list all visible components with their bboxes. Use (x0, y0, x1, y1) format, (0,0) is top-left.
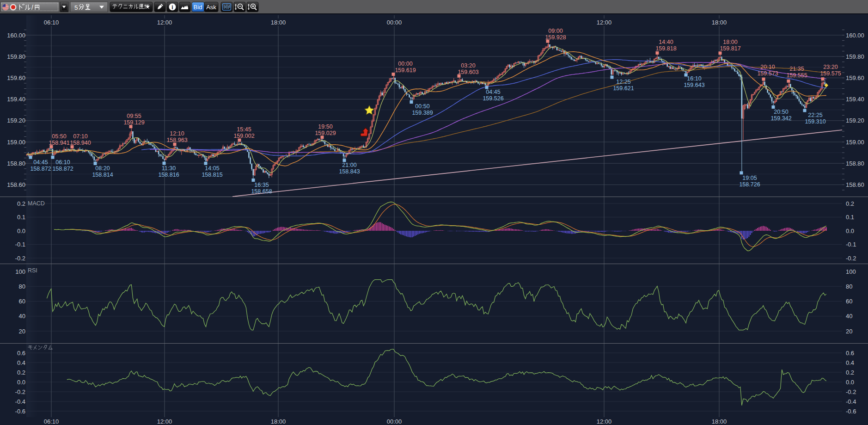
svg-text:12:00: 12:00 (157, 418, 172, 425)
svg-text:0.0: 0.0 (846, 228, 854, 234)
svg-text:0.6: 0.6 (17, 350, 25, 357)
svg-text:158.815: 158.815 (202, 172, 222, 178)
svg-text:04:45: 04:45 (486, 89, 500, 95)
svg-text:159.60: 159.60 (846, 74, 864, 81)
svg-text:16:35: 16:35 (254, 182, 269, 188)
svg-text:18:00: 18:00 (712, 19, 727, 26)
svg-text:0.4: 0.4 (846, 359, 854, 366)
svg-text:09:00: 09:00 (548, 28, 562, 34)
svg-text:159.555: 159.555 (786, 72, 807, 79)
svg-text:60: 60 (19, 298, 25, 305)
svg-text:16:10: 16:10 (687, 75, 701, 82)
svg-text:158.940: 158.940 (70, 140, 91, 146)
svg-text:20:10: 20:10 (760, 64, 775, 70)
svg-text:158.726: 158.726 (739, 181, 760, 188)
svg-text:160.00: 160.00 (7, 32, 25, 39)
svg-text:158.816: 158.816 (158, 172, 179, 178)
svg-text:100: 100 (15, 268, 25, 275)
svg-text:40: 40 (19, 313, 25, 320)
svg-text:00:00: 00:00 (398, 61, 412, 67)
svg-text:14:05: 14:05 (205, 165, 219, 172)
svg-text:-0.2: -0.2 (15, 255, 25, 262)
svg-text:MACD: MACD (28, 200, 45, 207)
svg-text:159.643: 159.643 (684, 82, 704, 88)
svg-text:158.941: 158.941 (49, 140, 69, 146)
svg-text:06:10: 06:10 (44, 418, 59, 425)
svg-text:Bid: Bid (194, 4, 202, 11)
svg-text:160.00: 160.00 (846, 32, 864, 39)
svg-text:11:30: 11:30 (162, 165, 176, 172)
svg-text:159.80: 159.80 (846, 53, 864, 60)
svg-text:Ask: Ask (206, 4, 216, 11)
svg-text:159.00: 159.00 (7, 139, 25, 146)
svg-text:i: i (171, 4, 173, 11)
svg-text:-0.1: -0.1 (846, 241, 856, 248)
svg-text:-0.4: -0.4 (15, 398, 25, 405)
svg-text:18:00: 18:00 (271, 19, 286, 26)
svg-text:159.40: 159.40 (846, 96, 864, 103)
svg-text:14:40: 14:40 (659, 39, 673, 45)
svg-text:0.1: 0.1 (17, 214, 25, 221)
svg-text:09:55: 09:55 (127, 113, 141, 119)
svg-text:159.389: 159.389 (412, 110, 433, 116)
svg-text:80: 80 (846, 283, 852, 290)
svg-text:159.80: 159.80 (7, 53, 25, 60)
svg-text:-0.6: -0.6 (846, 408, 856, 415)
svg-text:159.342: 159.342 (770, 115, 791, 122)
svg-text:0.2: 0.2 (17, 369, 25, 376)
svg-text:-0.4: -0.4 (846, 398, 856, 405)
svg-text:12:00: 12:00 (597, 19, 612, 26)
svg-text:158.872: 158.872 (30, 166, 51, 172)
svg-text:06:10: 06:10 (44, 19, 59, 26)
svg-text:159.20: 159.20 (7, 117, 25, 124)
svg-text:RSI: RSI (28, 267, 37, 274)
svg-text:12:25: 12:25 (616, 79, 630, 85)
svg-text:06:10: 06:10 (55, 159, 70, 166)
svg-text:21:00: 21:00 (342, 162, 356, 168)
svg-text:159.029: 159.029 (315, 130, 336, 136)
svg-text:/: / (31, 4, 33, 11)
svg-text:80: 80 (19, 283, 25, 290)
svg-text:0.2: 0.2 (846, 369, 854, 376)
svg-text:159.40: 159.40 (7, 96, 25, 103)
svg-text:05:50: 05:50 (52, 133, 66, 140)
svg-text:159.00: 159.00 (846, 139, 864, 146)
svg-text:159.619: 159.619 (395, 67, 416, 74)
svg-text:20: 20 (846, 328, 852, 335)
svg-text:159.310: 159.310 (805, 118, 825, 125)
svg-text:-0.1: -0.1 (15, 241, 25, 248)
svg-text:19:50: 19:50 (318, 123, 332, 130)
svg-text:12:00: 12:00 (157, 19, 172, 26)
svg-text:159.818: 159.818 (655, 45, 676, 52)
svg-text:-0.6: -0.6 (15, 408, 25, 415)
svg-text:00:00: 00:00 (387, 19, 402, 26)
svg-text:158.843: 158.843 (339, 168, 360, 175)
svg-text:60: 60 (846, 298, 852, 305)
svg-text:159.20: 159.20 (846, 117, 864, 124)
svg-text:159.129: 159.129 (123, 119, 144, 126)
svg-text:159.573: 159.573 (757, 70, 778, 77)
svg-text:20:50: 20:50 (774, 109, 788, 115)
svg-text:04:45: 04:45 (33, 159, 48, 166)
svg-text:159.002: 159.002 (233, 133, 254, 139)
svg-text:5: 5 (74, 4, 78, 11)
svg-text:03:20: 03:20 (461, 62, 475, 69)
svg-text:-0.2: -0.2 (846, 255, 856, 262)
svg-text:0.6: 0.6 (846, 350, 854, 357)
svg-text:18:00: 18:00 (271, 418, 286, 425)
svg-text:00:50: 00:50 (415, 103, 429, 110)
svg-text:158.963: 158.963 (166, 137, 187, 143)
svg-text:158.872: 158.872 (52, 166, 73, 172)
svg-text:159.621: 159.621 (613, 85, 634, 92)
svg-text:159.817: 159.817 (720, 45, 740, 52)
svg-text:159.575: 159.575 (820, 70, 841, 77)
svg-text:18:00: 18:00 (723, 39, 737, 45)
svg-text:0.0: 0.0 (846, 379, 854, 386)
svg-text:12:00: 12:00 (597, 418, 612, 425)
svg-text:08:20: 08:20 (95, 165, 110, 172)
svg-text:07:10: 07:10 (73, 133, 87, 140)
svg-text:40: 40 (846, 313, 852, 320)
svg-text:12:10: 12:10 (170, 130, 184, 137)
svg-text:-0.2: -0.2 (15, 388, 25, 395)
svg-text:158.60: 158.60 (7, 181, 25, 188)
